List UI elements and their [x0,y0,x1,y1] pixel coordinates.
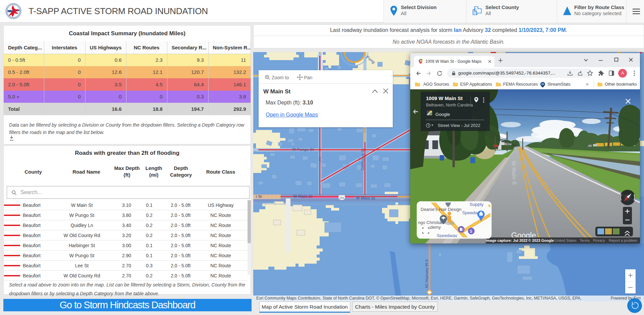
svg-text:1009 W Main St: 1009 W Main St [426,95,463,101]
svg-text:NC Highway 99 S: NC Highway 99 S [425,259,429,288]
svg-text:ngo Christian: ngo Christian [418,220,444,225]
svg-text:i St: i St [256,194,262,198]
svg-text:$: $ [470,229,472,234]
svg-text:Speedway: Speedway [437,233,457,238]
svg-text:United States: United States [554,238,577,242]
svg-text:Terms: Terms [580,238,590,242]
svg-text:Image capture: Jul 2022: Image capture: Jul 2022 [486,238,528,242]
svg-text:© 2023 Google: © 2023 Google [528,238,554,242]
svg-text:Street View - Jul 2022: Street View - Jul 2022 [438,123,480,128]
svg-text:Belhaven, North Carolina: Belhaven, North Carolina [426,103,473,107]
svg-text:Google: Google [435,112,450,117]
svg-text:W Main S: W Main S [511,161,517,185]
svg-text:Privacy: Privacy [593,238,605,242]
svg-text:California St: California St [361,148,365,170]
svg-text:W Main St: W Main St [356,195,375,201]
svg-text:Supply: Supply [470,202,484,207]
svg-text:W Main St: W Main St [293,194,312,199]
svg-text:Deanie's Hair Design: Deanie's Hair Design [421,207,462,212]
svg-text:Report a problem: Report a problem [609,238,637,242]
svg-text:W Pungo St: W Pungo St [292,147,314,151]
svg-text:264: 264 [339,196,344,199]
